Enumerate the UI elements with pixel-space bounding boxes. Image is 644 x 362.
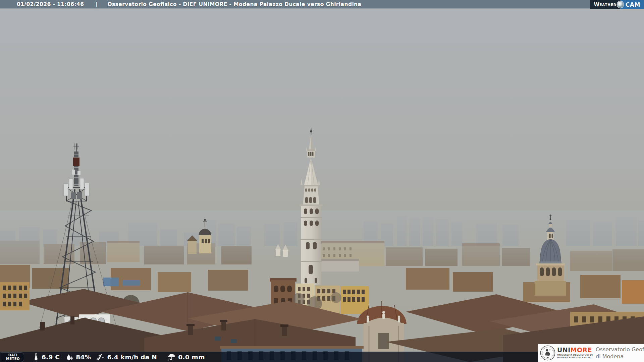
- rain-icon: [167, 353, 176, 361]
- humidity-value: 84%: [76, 354, 91, 361]
- dati-meteo-label: DATI METEO: [1, 352, 24, 362]
- weathercam-wordmark: WEATHER: [590, 0, 621, 9]
- unimore-seal-icon: [540, 345, 555, 361]
- page-title: Osservatorio Geofisico - DIEF UNIMORE - …: [107, 1, 361, 7]
- observatory-name: Osservatorio Geofisico di Modena: [596, 346, 644, 360]
- weathercam-logo: WEATHER CAM: [590, 0, 644, 9]
- timestamp: 01/02/2026 - 11:06:46: [17, 1, 84, 7]
- webcam-photo: [0, 0, 644, 362]
- thermometer-icon: [32, 353, 40, 361]
- webcam-view: 01/02/2026 - 11:06:46 | Osservatorio Geo…: [0, 0, 644, 362]
- university-name: UNIVERSITÀ DEGLI STUDI DI MODENA E REGGI…: [557, 354, 593, 359]
- weathercam-cam-label: CAM: [620, 0, 644, 9]
- wind-icon: [96, 353, 105, 361]
- rain-metric: 0.0 mm: [167, 353, 205, 361]
- wind-value: 6.4 km/h da N: [107, 354, 157, 361]
- temperature-metric: 6.9 C: [32, 353, 60, 361]
- humidity-icon: [66, 353, 74, 361]
- unimore-wordmark: UNIMORE UNIVERSITÀ DEGLI STUDI DI MODENA…: [557, 347, 593, 359]
- wind-metric: 6.4 km/h da N: [96, 353, 157, 361]
- rain-value: 0.0 mm: [178, 354, 205, 361]
- globe-icon: [617, 1, 624, 8]
- overlay-header: 01/02/2026 - 11:06:46 | Osservatorio Geo…: [0, 0, 644, 9]
- unimore-brand-box: UNIMORE UNIVERSITÀ DEGLI STUDI DI MODENA…: [538, 344, 644, 362]
- humidity-metric: 84%: [66, 353, 91, 361]
- header-separator: |: [95, 1, 97, 7]
- temperature-value: 6.9 C: [42, 354, 60, 361]
